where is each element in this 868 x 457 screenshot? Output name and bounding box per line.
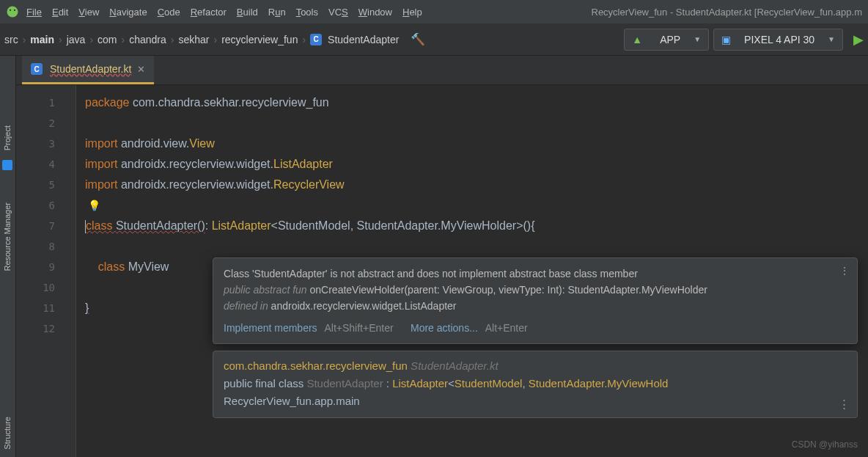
intention-bulb-icon[interactable]: 💡 [88, 200, 100, 211]
tab-studentadapter[interactable]: C StudentAdapter.kt ✕ [22, 56, 154, 84]
menu-code[interactable]: Code [158, 7, 180, 18]
menu-file[interactable]: File [26, 7, 42, 18]
error-message: Class 'StudentAdapter' is not abstract a… [224, 266, 847, 282]
code-area[interactable]: package com.chandra.sekhar.recyclerview_… [76, 85, 868, 457]
run-play-icon[interactable]: ▶ [853, 32, 864, 48]
device-combo[interactable]: ▣ PIXEL 4 API 30 ▼ [713, 29, 843, 51]
window-title: RecyclerView_fun - StudentAdapter.kt [Re… [592, 7, 863, 18]
menu-tools[interactable]: Tools [296, 7, 318, 18]
kotlin-class-icon: C [31, 63, 43, 75]
watermark: CSDN @yihanss [792, 439, 858, 450]
menu-run[interactable]: Run [268, 7, 286, 18]
bc-studentadapter[interactable]: StudentAdapter [328, 34, 399, 45]
bc-java[interactable]: java [67, 34, 86, 45]
svg-point-0 [7, 7, 18, 18]
menu-vcs[interactable]: VCS [328, 7, 348, 18]
bc-com[interactable]: com [98, 34, 117, 45]
menu-navigate[interactable]: Navigate [109, 7, 147, 18]
kb-shortcut: Alt+Enter [485, 322, 528, 334]
menu-edit[interactable]: Edit [52, 7, 68, 18]
menu-window[interactable]: Window [358, 7, 392, 18]
code-line: package com.chandra.sekhar.recyclerview_… [85, 92, 868, 113]
breadcrumb[interactable]: src› main› java› com› chandra› sekhar› r… [4, 32, 619, 46]
implement-members-link[interactable]: Implement members [224, 322, 317, 334]
menu-view[interactable]: View [78, 7, 99, 18]
menu-build[interactable]: Build [237, 7, 258, 18]
project-icon[interactable] [2, 160, 12, 170]
build-hammer-icon[interactable]: 🔨 [411, 32, 425, 46]
tab-label: StudentAdapter.kt [50, 63, 131, 75]
device-icon: ▣ [721, 34, 731, 45]
kb-shortcut: Alt+Shift+Enter [324, 322, 393, 334]
gutter: 1 2 3 4 5 6 7 8 9 10 11 12 [16, 85, 76, 457]
android-icon: ▲ [632, 34, 642, 45]
resource-manager-label[interactable]: Resource Manager [3, 202, 12, 271]
editor-tab-bar: C StudentAdapter.kt ✕ [16, 56, 868, 85]
chevron-down-icon: ▼ [694, 35, 701, 43]
android-studio-logo-icon [6, 5, 19, 18]
device-label: PIXEL 4 API 30 [744, 34, 814, 45]
code-editor[interactable]: 1 2 3 4 5 6 7 8 9 10 11 12 package com.c… [16, 85, 868, 457]
project-tool-label[interactable]: Project [3, 125, 12, 150]
close-tab-icon[interactable]: ✕ [137, 64, 145, 75]
bc-recyclerview-fun[interactable]: recyclerview_fun [221, 34, 298, 45]
svg-point-2 [14, 10, 15, 11]
run-config-label: APP [660, 34, 680, 45]
toolbar: src› main› java› com› chandra› sekhar› r… [0, 23, 868, 56]
quick-doc-popup: com.chandra.sekhar.recyclerview_fun Stud… [213, 351, 858, 418]
popup-menu-icon[interactable]: ⋮ [839, 263, 850, 279]
tool-window-bar: Project Resource Manager Structure [0, 56, 16, 457]
structure-tool-label[interactable]: Structure [3, 417, 12, 450]
bc-chandra[interactable]: chandra [129, 34, 166, 45]
svg-point-1 [10, 10, 11, 11]
menu-refactor[interactable]: Refactor [191, 7, 227, 18]
bc-sekhar[interactable]: sekhar [178, 34, 209, 45]
chevron-icon: › [23, 34, 26, 45]
chevron-down-icon: ▼ [828, 35, 835, 43]
class-icon: C [310, 34, 322, 45]
more-actions-link[interactable]: More actions... [411, 322, 478, 334]
menu-help[interactable]: Help [402, 7, 422, 18]
error-popup: ⋮ Class 'StudentAdapter' is not abstract… [213, 257, 858, 344]
popup-menu-icon[interactable]: ⋮ [839, 395, 850, 413]
bc-src[interactable]: src [4, 34, 18, 45]
bc-main[interactable]: main [30, 34, 54, 45]
run-config-combo[interactable]: ▲ APP ▼ [624, 29, 709, 51]
menubar: File Edit View Navigate Code Refactor Bu… [0, 0, 868, 23]
